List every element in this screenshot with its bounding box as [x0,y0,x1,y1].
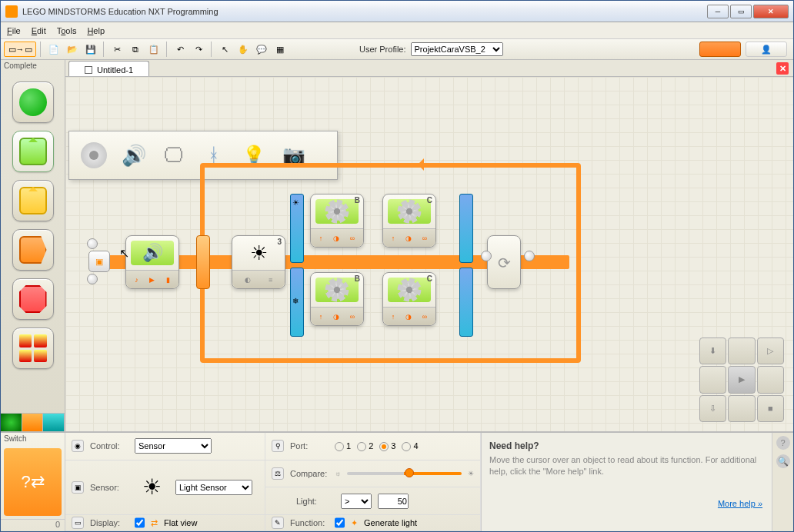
help-body: Move the cursor over an object to read a… [489,454,764,478]
control-label: Control: [90,441,128,451]
palette-tabs [1,413,65,431]
config-count: 0 [1,519,65,531]
sound-block[interactable]: 🔊 ♪▶▮ [125,235,179,289]
palette-action[interactable] [12,131,54,172]
program-canvas[interactable]: 🔊 🖵 ᚼ 💡 📷 ▣ 🔊 ♪▶▮ [65,77,793,431]
loop-start[interactable] [196,235,210,289]
menubar: File Edit Tools Help [1,22,793,39]
tab-close-button[interactable]: ✕ [776,62,789,75]
config-panel: Switch ?⇄ 0 ◉ Control: Sensor ⚲ Port: 1 … [1,431,793,531]
light-value-input[interactable] [378,494,409,509]
nxt-controller: ⬇ ▷ ▶ ⇩ ■ [699,337,784,422]
nav-stop-icon[interactable]: ■ [757,395,784,422]
motor-block-c-top[interactable]: C ↑◑∞ [382,194,436,248]
compare-label: Compare: [290,469,329,478]
flyout-display-icon[interactable]: 🖵 [158,140,189,171]
lego-brick-button[interactable] [699,42,741,57]
titlebar: LEGO MINDSTORMS Education NXT Programmin… [1,1,793,22]
copy-icon[interactable]: ⧉ [127,42,144,57]
palette-flow[interactable] [12,229,54,271]
start-block[interactable]: ▣ [88,251,110,272]
port-3[interactable]: 3 [379,441,395,451]
nav-download-run-icon[interactable]: ⇩ [699,395,726,422]
maximize-button[interactable]: ▭ [730,5,752,18]
palette-data[interactable] [12,278,54,320]
pan-icon[interactable]: ✋ [235,42,252,57]
config-block-icon: ?⇄ [4,448,62,516]
function-value: Generate light [364,518,417,527]
undo-icon[interactable]: ↶ [172,42,188,57]
palette-sensor[interactable] [12,180,54,221]
nav-center-play-icon[interactable]: ▶ [728,366,755,393]
display-check[interactable] [135,515,145,530]
cut-icon[interactable]: ✂ [108,42,125,57]
plug-icon [87,274,98,284]
help-toggle-icon[interactable]: ? [776,436,790,450]
nav-down[interactable] [728,395,755,422]
zoom-icon[interactable]: 🔍 [776,454,790,468]
pointer-icon[interactable]: ↖ [216,42,233,57]
palette-advanced[interactable] [12,328,54,369]
light-op-select[interactable]: > [341,494,372,509]
save-icon[interactable]: 💾 [82,42,99,57]
close-button[interactable]: ✕ [753,5,789,18]
sensor-icon: ▣ [72,481,84,494]
function-label: Function: [290,518,329,527]
grid-icon[interactable]: ▦ [272,42,289,57]
help-title: Need help? [489,441,764,451]
port-4[interactable]: 4 [402,441,418,451]
palette-tab-1[interactable] [1,414,22,431]
document-tab[interactable]: Untitled-1 [68,61,149,76]
nav-play-icon[interactable]: ▷ [757,337,784,364]
profile-select[interactable]: ProjektCaraVSB_2 [411,42,503,56]
help-link[interactable]: More help » [718,499,762,508]
switch-merge-bar-bottom[interactable] [459,268,473,337]
nav-left[interactable] [699,366,726,393]
light-label: Light: [296,497,335,506]
tab-title: Untitled-1 [97,65,133,75]
port-1[interactable]: 1 [335,441,351,451]
palette-header: Complete [1,60,65,72]
display-label: Display: [90,518,128,527]
control-icon: ◉ [72,440,84,452]
motor-block-b-bottom[interactable]: B ↑◑∞ [310,272,364,326]
function-icon: ✎ [272,517,284,529]
compare-slider[interactable] [347,472,462,475]
redo-icon[interactable]: ↷ [190,42,207,57]
minimize-button[interactable]: ─ [707,5,729,18]
motor-block-b-top[interactable]: B ↑◑∞ [310,194,364,248]
nav-right[interactable] [757,366,784,393]
menu-tools[interactable]: Tools [57,26,77,35]
palette-tab-3[interactable] [43,414,65,431]
menu-edit[interactable]: Edit [32,26,46,35]
flyout-motor-icon[interactable] [78,140,109,171]
menu-help[interactable]: Help [87,26,105,35]
loop-end-block[interactable]: ⟳ [487,235,521,289]
motor-block-c-bottom[interactable]: C ↑◑∞ [382,272,436,326]
port-2[interactable]: 2 [357,441,373,451]
sensor-label: Sensor: [90,483,128,492]
flyout-sound-icon[interactable]: 🔊 [118,140,149,171]
open-icon[interactable]: 📂 [64,42,81,57]
profile-label: User Profile: [359,45,406,54]
tab-icon [85,66,92,74]
sensor-select[interactable]: Light Sensor [175,480,252,495]
switch-block[interactable]: ☀3 ◐≡ [232,235,285,289]
comment-icon[interactable]: 💬 [253,42,270,57]
nav-download-icon[interactable]: ⬇ [699,337,726,364]
paste-icon[interactable]: 📋 [145,42,162,57]
menu-file[interactable]: File [7,26,21,35]
function-check[interactable] [335,515,345,530]
palette-common[interactable] [12,81,54,123]
nav-up[interactable] [728,337,755,364]
light-sensor-icon: ☀ [142,474,162,500]
window-title: LEGO MINDSTORMS Education NXT Programmin… [22,7,707,16]
palette-tab-2[interactable] [22,414,44,431]
config-title: Switch [1,433,65,445]
user-button[interactable]: 👤 [746,42,787,57]
switch-merge-bar-top[interactable] [459,194,473,263]
port-label: Port: [290,441,329,451]
toolbar-mode-icon[interactable]: ▭→▭ [4,42,36,57]
control-select[interactable]: Sensor [135,438,212,454]
new-icon[interactable]: 📄 [45,42,62,57]
